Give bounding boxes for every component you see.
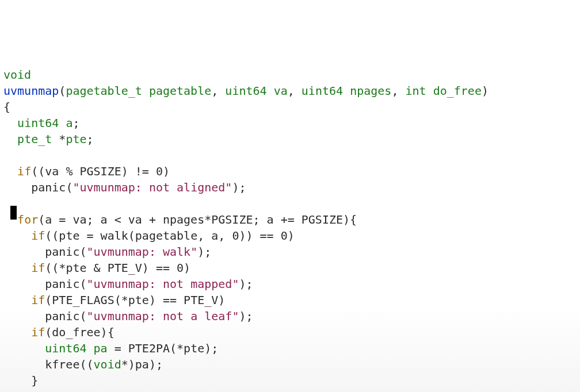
- string-literal: "uvmunmap: not aligned": [72, 180, 232, 194]
- call: panic: [31, 180, 66, 194]
- decl-name: pa: [94, 341, 108, 355]
- decl-type: uint64: [45, 341, 86, 355]
- if-keyword: if: [17, 164, 31, 178]
- paren: ): [482, 84, 489, 98]
- cond: ((*pte & PTE_V) ==: [45, 261, 177, 275]
- code-block: void uvmunmap(pagetable_t pagetable, uin…: [3, 67, 577, 392]
- decl-name: a: [66, 116, 72, 130]
- cond: ((pte = walk(pagetable, a,: [45, 229, 232, 243]
- semi: ;: [246, 277, 253, 291]
- number: 0: [79, 390, 86, 392]
- call: panic: [45, 277, 79, 291]
- number: 0: [281, 229, 288, 243]
- string-literal: "uvmunmap: not mapped": [87, 277, 239, 291]
- param-name: pagetable: [149, 84, 211, 98]
- semi: ;: [239, 180, 246, 194]
- param-type: pagetable_t: [66, 84, 142, 98]
- expr: *)pa);: [121, 358, 163, 371]
- string-literal: "uvmunmap: not a leaf": [87, 309, 239, 323]
- text-cursor: [10, 206, 17, 220]
- param-name: va: [274, 84, 288, 98]
- param-type: uint64: [225, 84, 266, 98]
- cond: ): [163, 164, 170, 178]
- decl-type: uint64: [17, 116, 59, 130]
- function-name: uvmunmap: [3, 84, 59, 98]
- if-keyword: if: [31, 229, 45, 243]
- number: 0: [156, 164, 163, 178]
- decl-name: pte: [66, 132, 86, 146]
- semi: ;: [204, 245, 211, 259]
- param-name: npages: [350, 84, 391, 98]
- for-cond: (a = va; a < va + npages*PGSIZE; a += PG…: [38, 213, 357, 226]
- param-name: do_free: [433, 84, 482, 98]
- semi: ;: [246, 309, 253, 323]
- brace: {: [3, 100, 10, 114]
- if-keyword: if: [31, 261, 45, 275]
- cond: ): [288, 229, 295, 243]
- sep: ,: [391, 84, 405, 98]
- decl-type: pte_t: [17, 132, 52, 146]
- expr: kfree((: [45, 358, 93, 371]
- cond: (PTE_FLAGS(*pte) == PTE_V): [45, 293, 225, 307]
- string-literal: "uvmunmap: walk": [87, 245, 198, 259]
- expr: *pte =: [31, 390, 79, 392]
- cond: ((va % PGSIZE) !=: [31, 164, 156, 178]
- call: panic: [45, 309, 79, 323]
- paren: (: [59, 84, 66, 98]
- call: panic: [45, 245, 79, 259]
- for-keyword: for: [17, 213, 38, 226]
- semi: ;: [87, 132, 94, 146]
- param-type: uint64: [302, 84, 343, 98]
- cond: )) ==: [239, 229, 280, 243]
- cond: (do_free){: [45, 325, 114, 339]
- number: 0: [232, 229, 239, 243]
- star: *: [52, 132, 66, 146]
- param-type: int: [405, 84, 426, 98]
- number: 0: [177, 261, 184, 275]
- expr: = PTE2PA(*pte);: [108, 341, 219, 355]
- semi: ;: [87, 390, 94, 392]
- if-keyword: if: [31, 293, 45, 307]
- sep: ,: [288, 84, 302, 98]
- if-keyword: if: [31, 325, 45, 339]
- semi: ;: [72, 116, 79, 130]
- return-type: void: [3, 68, 31, 82]
- brace: }: [31, 374, 38, 387]
- void-cast: void: [94, 358, 121, 371]
- sep: ,: [211, 84, 225, 98]
- cond: ): [184, 261, 190, 275]
